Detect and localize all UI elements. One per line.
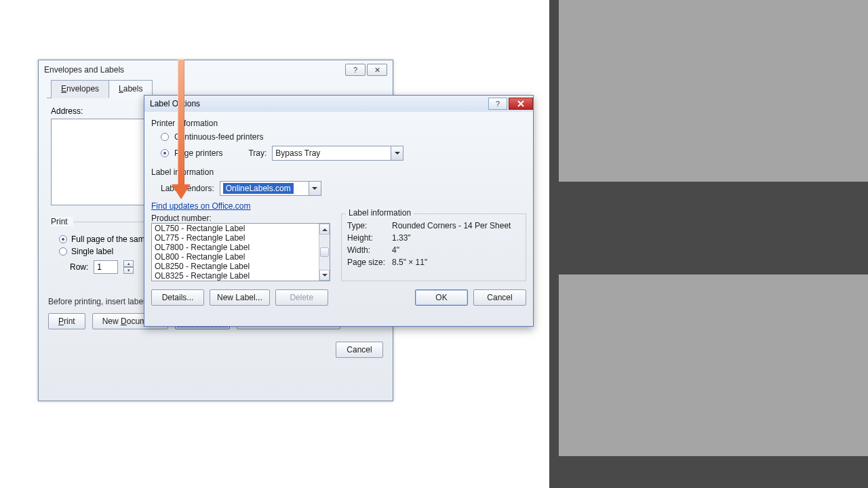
product-number-listbox[interactable]: OL750 - Rectangle Label OL775 - Rectangl… — [151, 223, 330, 281]
tab-label: nvelopes — [66, 84, 99, 94]
list-item[interactable]: OL8250 - Rectangle Label — [152, 262, 319, 271]
width-value: 4" — [392, 245, 399, 255]
dialog-title: Envelopes and Labels — [44, 65, 124, 75]
product-number-label: Product number: — [151, 214, 330, 223]
label-information-header: Label information — [151, 167, 526, 177]
new-label-button[interactable]: New Label... — [210, 289, 270, 306]
details-button[interactable]: Details... — [151, 289, 204, 306]
product-list-items: OL750 - Rectangle Label OL775 - Rectangl… — [152, 224, 319, 281]
page-size-key: Page size: — [347, 258, 389, 267]
dialog-titlebar: Label Options ? — [144, 96, 533, 112]
radio-icon — [161, 133, 169, 141]
page-size-value: 8.5" × 11" — [392, 258, 427, 267]
row-number-input[interactable]: 1 — [94, 260, 118, 274]
label-vendors-label: Label vendors: — [161, 184, 214, 193]
tray-label: Tray: — [248, 148, 267, 158]
list-item[interactable]: OL7800 - Rectangle Label — [152, 243, 319, 252]
type-key: Type: — [347, 221, 389, 230]
find-updates-link[interactable]: Find updates on Office.com — [151, 201, 251, 211]
list-item[interactable]: OL775 - Rectangle Label — [152, 233, 319, 243]
height-key: Height: — [347, 233, 389, 243]
radio-continuous-feed[interactable]: Continuous-feed printers — [161, 132, 526, 142]
radio-icon — [161, 149, 169, 157]
row-spinner[interactable]: ▲▼ — [123, 260, 134, 274]
decorative-block — [559, 0, 868, 182]
tray-select[interactable]: Bypass Tray — [272, 146, 403, 161]
scroll-down-icon[interactable] — [319, 270, 330, 281]
delete-button: Delete — [275, 289, 328, 306]
chevron-down-icon — [391, 146, 403, 160]
radio-page-printers[interactable]: Page printers Tray: Bypass Tray — [161, 146, 526, 161]
cancel-button[interactable]: Cancel — [473, 289, 526, 306]
close-button[interactable] — [509, 98, 533, 110]
chevron-down-icon — [309, 182, 321, 195]
scrollbar-vertical[interactable] — [319, 224, 330, 281]
type-value: Rounded Corners - 14 Per Sheet — [392, 221, 511, 230]
label-options-dialog: Label Options ? Printer information Cont… — [144, 95, 534, 327]
tab-envelopes[interactable]: Envelopes — [51, 80, 109, 98]
decorative-block — [559, 274, 868, 456]
close-button[interactable]: ✕ — [367, 64, 387, 76]
tray-value: Bypass Tray — [275, 148, 320, 158]
tab-label: abels — [123, 84, 143, 94]
row-label: Row: — [70, 262, 88, 272]
dialog-title: Label Options — [150, 99, 200, 108]
label-info-legend: Label information — [346, 208, 414, 218]
list-item[interactable]: OL8325 - Rectangle Label — [152, 271, 319, 281]
help-button[interactable]: ? — [488, 98, 507, 110]
height-value: 1.33" — [392, 233, 411, 243]
scroll-up-icon[interactable] — [319, 224, 330, 235]
label-vendors-select[interactable]: OnlineLabels.com — [220, 181, 321, 196]
label-information-box: Label information Type:Rounded Corners -… — [341, 214, 526, 281]
vendor-value: OnlineLabels.com — [223, 183, 294, 194]
dialog-titlebar: Envelopes and Labels ? ✕ — [39, 60, 393, 79]
close-icon — [517, 100, 524, 107]
help-button[interactable]: ? — [345, 64, 366, 76]
radio-icon — [59, 235, 67, 243]
ok-button[interactable]: OK — [415, 289, 468, 306]
background-right-panel — [549, 0, 868, 488]
scroll-thumb[interactable] — [320, 247, 329, 257]
radio-icon — [59, 247, 67, 256]
cancel-button[interactable]: Cancel — [336, 342, 383, 358]
width-key: Width: — [347, 245, 389, 255]
print-button[interactable]: Print — [48, 313, 85, 329]
list-item[interactable]: OL750 - Rectangle Label — [152, 224, 319, 233]
printer-information-header: Printer information — [151, 119, 526, 128]
list-item[interactable]: OL800 - Rectangle Label — [152, 252, 319, 262]
